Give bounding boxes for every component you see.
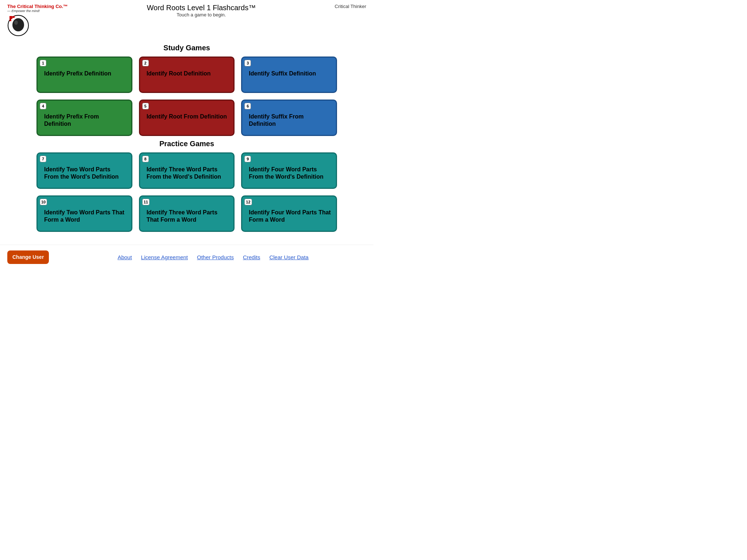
practice-game-card-10[interactable]: 10 Identify Two Word Parts That Form a W… (36, 195, 132, 232)
user-label: Critical Thinker (335, 4, 366, 9)
card-number-10: 10 (40, 199, 47, 205)
study-game-card-2[interactable]: 2 Identify Root Definition (139, 57, 235, 93)
card-number-5: 5 (142, 103, 149, 109)
footer-link-clear-user-data[interactable]: Clear User Data (269, 254, 309, 260)
study-game-card-4[interactable]: 4 Identify Prefix From Definition (36, 100, 132, 136)
svg-rect-2 (9, 16, 12, 19)
card-label-1: Identify Prefix Definition (44, 70, 111, 77)
card-label-6: Identify Suffix From Definition (249, 113, 331, 128)
study-game-card-6[interactable]: 6 Identify Suffix From Definition (241, 100, 337, 136)
card-number-7: 7 (40, 156, 46, 162)
brand-name: The Critical Thinking Co.™ (7, 4, 68, 9)
card-number-1: 1 (40, 60, 46, 66)
card-number-4: 4 (40, 103, 46, 109)
practice-game-card-8[interactable]: 8 Identify Three Word Parts From the Wor… (139, 152, 235, 189)
svg-point-1 (12, 18, 24, 31)
practice-games-grid: 7 Identify Two Word Parts From the Word'… (7, 152, 366, 232)
practice-game-card-12[interactable]: 12 Identify Four Word Parts That Form a … (241, 195, 337, 232)
svg-rect-4 (9, 19, 11, 21)
app-subtitle: Touch a game to begin. (68, 12, 334, 18)
footer: Change User AboutLicense AgreementOther … (0, 245, 374, 269)
card-label-8: Identify Three Word Parts From the Word'… (147, 166, 229, 180)
app-title: Word Roots Level 1 Flashcards™ (68, 4, 334, 12)
card-label-4: Identify Prefix From Definition (44, 113, 126, 128)
card-number-9: 9 (244, 156, 251, 162)
study-games-grid: 1 Identify Prefix Definition 2 Identify … (7, 57, 366, 136)
change-user-button[interactable]: Change User (7, 250, 49, 264)
card-label-12: Identify Four Word Parts That Form a Wor… (249, 209, 331, 223)
footer-links: AboutLicense AgreementOther ProductsCred… (60, 254, 366, 260)
card-label-10: Identify Two Word Parts That Form a Word (44, 209, 126, 223)
logo-area: The Critical Thinking Co.™ — Empower the… (7, 4, 68, 36)
study-game-card-5[interactable]: 5 Identify Root From Definition (139, 100, 235, 136)
svg-rect-3 (13, 16, 15, 18)
card-label-5: Identify Root From Definition (147, 113, 227, 120)
card-label-11: Identify Three Word Parts That Form a Wo… (147, 209, 229, 223)
card-label-2: Identify Root Definition (147, 70, 211, 77)
card-number-12: 12 (244, 199, 252, 205)
card-label-7: Identify Two Word Parts From the Word's … (44, 166, 126, 180)
card-number-6: 6 (244, 103, 251, 109)
header: The Critical Thinking Co.™ — Empower the… (0, 0, 374, 36)
svg-point-5 (14, 20, 18, 25)
footer-link-license-agreement[interactable]: License Agreement (141, 254, 188, 260)
brand-tagline: — Empower the mind! (7, 9, 40, 13)
main-content: Study Games 1 Identify Prefix Definition… (0, 36, 374, 239)
practice-game-card-11[interactable]: 11 Identify Three Word Parts That Form a… (139, 195, 235, 232)
study-games-title: Study Games (7, 44, 366, 52)
logo-icon (7, 15, 29, 36)
footer-link-credits[interactable]: Credits (243, 254, 260, 260)
card-number-11: 11 (142, 199, 150, 205)
practice-games-title: Practice Games (7, 140, 366, 148)
card-label-9: Identify Four Word Parts From the Word's… (249, 166, 331, 180)
study-game-card-3[interactable]: 3 Identify Suffix Definition (241, 57, 337, 93)
card-number-3: 3 (244, 60, 251, 66)
card-number-8: 8 (142, 156, 149, 162)
card-label-3: Identify Suffix Definition (249, 70, 316, 77)
card-number-2: 2 (142, 60, 149, 66)
footer-link-about[interactable]: About (117, 254, 132, 260)
footer-link-other-products[interactable]: Other Products (197, 254, 234, 260)
header-center: Word Roots Level 1 Flashcards™ Touch a g… (68, 4, 334, 18)
study-game-card-1[interactable]: 1 Identify Prefix Definition (36, 57, 132, 93)
practice-game-card-7[interactable]: 7 Identify Two Word Parts From the Word'… (36, 152, 132, 189)
practice-game-card-9[interactable]: 9 Identify Four Word Parts From the Word… (241, 152, 337, 189)
